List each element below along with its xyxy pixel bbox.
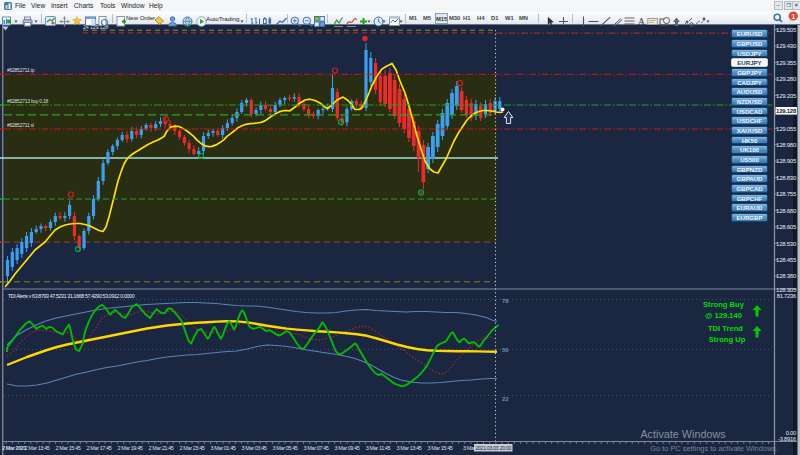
svg-text:2 Mar 17:45: 2 Mar 17:45 <box>87 445 112 451</box>
svg-text:128.455: 128.455 <box>776 257 797 263</box>
svg-text:129.205: 129.205 <box>776 93 797 99</box>
svg-text:22: 22 <box>502 396 509 402</box>
svg-text:2 Mar 23:45: 2 Mar 23:45 <box>180 445 205 451</box>
svg-text:@ 129.140: @ 129.140 <box>705 311 742 320</box>
svg-text:Strong Up: Strong Up <box>709 335 746 344</box>
svg-text:1: 1 <box>791 12 795 21</box>
svg-text:2 Mar 2021: 2 Mar 2021 <box>2 445 26 451</box>
svg-text:81.7236: 81.7236 <box>777 293 796 299</box>
svg-text:3 Mar 09:45: 3 Mar 09:45 <box>335 445 360 451</box>
svg-text:#62852711 tp: #62852711 tp <box>7 67 35 73</box>
svg-text:#62852713 buy 0.18: #62852713 buy 0.18 <box>7 98 49 104</box>
svg-text:3 Mar 03:45: 3 Mar 03:45 <box>242 445 267 451</box>
svg-text:129.505: 129.505 <box>776 27 797 33</box>
svg-text:A: A <box>638 17 645 27</box>
svg-text:128.680: 128.680 <box>776 208 797 214</box>
svg-text:TDI Trend: TDI Trend <box>708 324 743 333</box>
svg-text:78: 78 <box>502 298 509 304</box>
svg-text:3 Mar 07:45: 3 Mar 07:45 <box>304 445 329 451</box>
svg-text:128.305: 128.305 <box>776 287 797 293</box>
svg-text:128.530: 128.530 <box>776 241 797 247</box>
svg-text:3 Mar 11:45: 3 Mar 11:45 <box>366 445 391 451</box>
svg-text:#62852711 sl: #62852711 sl <box>7 122 34 128</box>
svg-text:3 Mar 01:45: 3 Mar 01:45 <box>211 445 236 451</box>
svg-text:3 Mar 05:45: 3 Mar 05:45 <box>273 445 298 451</box>
svg-text:128.830: 128.830 <box>776 175 797 181</box>
svg-text:3 Mar 13:45: 3 Mar 13:45 <box>397 445 422 451</box>
svg-text:TDI Alerts v 63.8793 47.5231 3: TDI Alerts v 63.8793 47.5231 31.1668 57.… <box>8 293 135 299</box>
svg-text:2 Mar 13:45: 2 Mar 13:45 <box>25 445 50 451</box>
svg-text:128.980: 128.980 <box>776 142 797 148</box>
svg-text:128.380: 128.380 <box>776 273 797 279</box>
svg-text:129.128: 129.128 <box>776 108 797 114</box>
svg-text:3 Mar 15:45: 3 Mar 15:45 <box>428 445 453 451</box>
svg-text:128.755: 128.755 <box>776 191 797 197</box>
svg-text:2021.03.03 20:00: 2021.03.03 20:00 <box>475 445 511 451</box>
svg-text:128.905: 128.905 <box>776 158 797 164</box>
svg-text:50: 50 <box>502 347 509 353</box>
svg-text:129.280: 129.280 <box>776 76 797 82</box>
svg-text:Activate Windows: Activate Windows <box>640 428 726 440</box>
svg-text:Go to PC settings to activate: Go to PC settings to activate Windows. <box>650 444 778 453</box>
svg-text:2 Mar 19:45: 2 Mar 19:45 <box>118 445 143 451</box>
svg-text:129.055: 129.055 <box>776 126 797 132</box>
svg-text:129.430: 129.430 <box>776 43 797 49</box>
svg-text:Strong Buy: Strong Buy <box>703 300 745 309</box>
svg-text:2 Mar 15:45: 2 Mar 15:45 <box>56 445 81 451</box>
svg-text:-3.8916: -3.8916 <box>778 436 796 442</box>
svg-text:129.355: 129.355 <box>776 60 797 66</box>
svg-text:128.605: 128.605 <box>776 224 797 230</box>
svg-text:2 Mar 21:45: 2 Mar 21:45 <box>149 445 174 451</box>
